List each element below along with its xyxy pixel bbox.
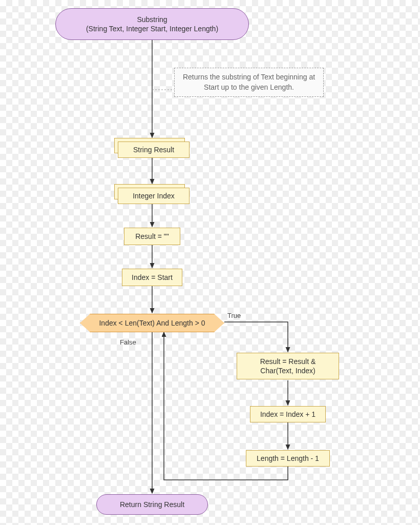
terminal-start-title: Substring: [137, 15, 167, 24]
process-decrement-length: Length = Length - 1: [246, 450, 330, 467]
decision-loop-condition: Index < Len(Text) And Length > 0: [80, 314, 224, 332]
declare-string-result: String Result: [118, 142, 190, 158]
process-decrement-length-text: Length = Length - 1: [257, 454, 319, 462]
process-result-init: Result = "": [124, 228, 180, 245]
declare-integer-index-text: Integer Index: [118, 189, 189, 203]
declare-integer-index: Integer Index: [118, 188, 190, 204]
terminal-end: Return String Result: [96, 494, 208, 515]
process-index-init-text: Index = Start: [132, 273, 173, 281]
label-false: False: [120, 338, 136, 346]
terminal-start: Substring (String Text, Integer Start, I…: [55, 8, 249, 40]
process-append-char: Result = Result & Char(Text, Index): [237, 353, 339, 379]
terminal-start-params: (String Text, Integer Start, Integer Len…: [86, 24, 218, 33]
annotation-text: Returns the substring of Text beginning …: [181, 72, 317, 92]
label-true: True: [227, 312, 241, 319]
decision-text: Index < Len(Text) And Length > 0: [99, 319, 205, 327]
declare-string-result-text: String Result: [118, 143, 189, 157]
process-result-init-text: Result = "": [135, 232, 169, 240]
annotation-box: Returns the substring of Text beginning …: [174, 68, 324, 97]
terminal-end-text: Return String Result: [120, 500, 184, 509]
process-increment-index-text: Index = Index + 1: [260, 410, 316, 418]
process-index-init: Index = Start: [122, 269, 182, 286]
process-increment-index: Index = Index + 1: [250, 406, 326, 422]
process-append-char-text: Result = Result & Char(Text, Index): [244, 357, 331, 375]
